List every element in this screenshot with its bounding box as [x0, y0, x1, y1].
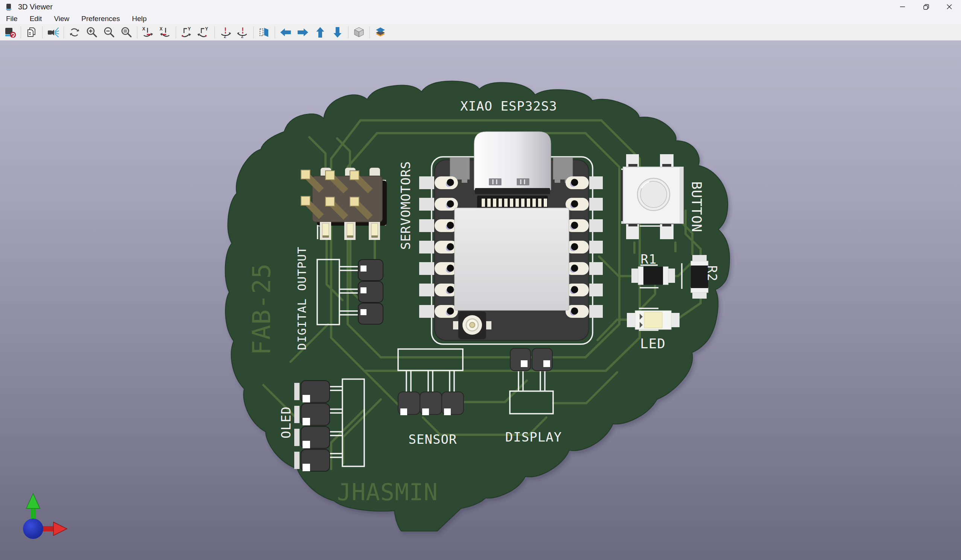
orthographic-cube-icon [353, 26, 365, 39]
usb-c-connector [474, 132, 551, 209]
rotate-x-ccw-button[interactable]: X [139, 25, 156, 40]
svg-text:X: X [159, 26, 162, 32]
rf-shield [455, 208, 569, 310]
menu-bar: File Edit View Preferences Help [0, 14, 961, 24]
toolbar-separator [348, 26, 349, 39]
close-button[interactable] [938, 0, 961, 14]
board-label-r2: R2 [705, 266, 720, 282]
refresh-view-button[interactable] [66, 25, 83, 40]
move-left-button[interactable] [277, 25, 294, 40]
axis-origin [23, 518, 43, 539]
rotate-z-cw-icon: Z [236, 26, 249, 39]
minimize-icon [900, 4, 905, 10]
rotate-y-cw-button[interactable]: Y [195, 25, 212, 40]
layers-icon [374, 26, 387, 39]
ufl-antenna-connector [453, 311, 492, 339]
toolbar-separator [137, 26, 137, 39]
board-label-button: BUTTON [689, 181, 704, 233]
app-icon [5, 3, 13, 11]
zoom-in-icon [85, 26, 98, 39]
toolbar-separator [275, 26, 275, 39]
restore-button[interactable] [914, 0, 938, 14]
toolbar-separator [253, 26, 254, 39]
board-label-led: LED [640, 336, 665, 351]
svg-text:Y: Y [188, 26, 191, 32]
rotate-y-cw-icon: Y [198, 26, 211, 39]
rotate-x-cw-icon: X [159, 26, 172, 39]
toolbar-separator [176, 26, 176, 39]
zoom-out-button[interactable] [100, 25, 118, 40]
sensor-connector [398, 392, 464, 415]
move-up-button[interactable] [312, 25, 329, 40]
resistor-r1 [632, 266, 675, 285]
move-right-icon [297, 26, 309, 39]
zoom-to-fit-button[interactable] [118, 25, 135, 40]
render-raytracing-button[interactable] [44, 25, 62, 40]
menu-edit[interactable]: Edit [24, 14, 48, 24]
render-camera-icon [47, 26, 59, 39]
orthographic-projection-button[interactable] [350, 25, 368, 40]
reload-board-icon [4, 26, 16, 39]
board-label-display: DISPLAY [505, 430, 562, 444]
move-up-icon [314, 26, 326, 39]
axis-gizmo [23, 493, 67, 539]
svg-text:X: X [142, 26, 145, 32]
pcb-3d-scene [0, 41, 961, 560]
move-down-icon [331, 26, 344, 39]
svg-text:Y: Y [205, 26, 208, 32]
menu-file[interactable]: File [0, 14, 24, 24]
rotate-z-ccw-button[interactable]: Z [217, 25, 234, 40]
menu-help[interactable]: Help [126, 14, 153, 24]
toolbar: X X Y Y [0, 24, 961, 41]
board-label-fab25: FAB-25 [247, 263, 276, 355]
board-label-oled: OLED [278, 406, 294, 438]
board-label-module: XIAO ESP32S3 [460, 98, 557, 114]
move-left-icon [279, 26, 292, 39]
rotate-x-ccw-icon: X [141, 26, 154, 39]
minimize-button[interactable] [891, 0, 914, 14]
flip-board-button[interactable] [256, 25, 273, 40]
move-right-button[interactable] [294, 25, 312, 40]
rotate-z-ccw-icon: Z [219, 26, 232, 39]
window-title: 3D Viewer [18, 3, 53, 11]
led-smd [627, 311, 680, 329]
move-down-button[interactable] [329, 25, 346, 40]
refresh-icon [68, 26, 81, 39]
toolbar-separator [21, 26, 21, 39]
zoom-out-icon [103, 26, 116, 39]
copy-3d-image-button[interactable] [23, 25, 40, 40]
appearance-layers-button[interactable] [372, 25, 389, 40]
rotate-y-ccw-icon: Y [180, 26, 193, 39]
svg-text:Z: Z [241, 35, 243, 39]
board-label-servomotors: SERVOMOTORS [398, 161, 413, 250]
title-bar: 3D Viewer [0, 0, 961, 14]
flip-board-icon [258, 26, 270, 39]
board-label-r1: R1 [641, 252, 657, 266]
board-label-jhasmin: JHASMIN [337, 478, 438, 506]
toolbar-separator [64, 26, 64, 39]
digital-output-connector [358, 260, 383, 324]
viewport-3d[interactable]: XIAO ESP32S3 SERVOMOTORS DIGITAL OUTPUT … [0, 41, 961, 560]
copy-icon [25, 26, 38, 39]
svg-text:Z: Z [224, 35, 226, 39]
xiao-esp32s3-module [419, 132, 603, 340]
reload-board-button[interactable] [2, 25, 19, 40]
board-label-digital-output: DIGITAL OUTPUT [295, 246, 309, 350]
board-label-sensor: SENSOR [409, 432, 457, 447]
toolbar-separator [370, 26, 370, 39]
rotate-y-ccw-button[interactable]: Y [178, 25, 195, 40]
rotate-x-cw-button[interactable]: X [156, 25, 174, 40]
toolbar-separator [214, 26, 215, 39]
zoom-in-button[interactable] [83, 25, 100, 40]
restore-icon [923, 4, 929, 10]
menu-view[interactable]: View [48, 14, 75, 24]
rotate-z-cw-button[interactable]: Z [234, 25, 251, 40]
zoom-to-fit-icon [120, 26, 133, 39]
menu-preferences[interactable]: Preferences [75, 14, 126, 24]
close-icon [947, 4, 952, 10]
